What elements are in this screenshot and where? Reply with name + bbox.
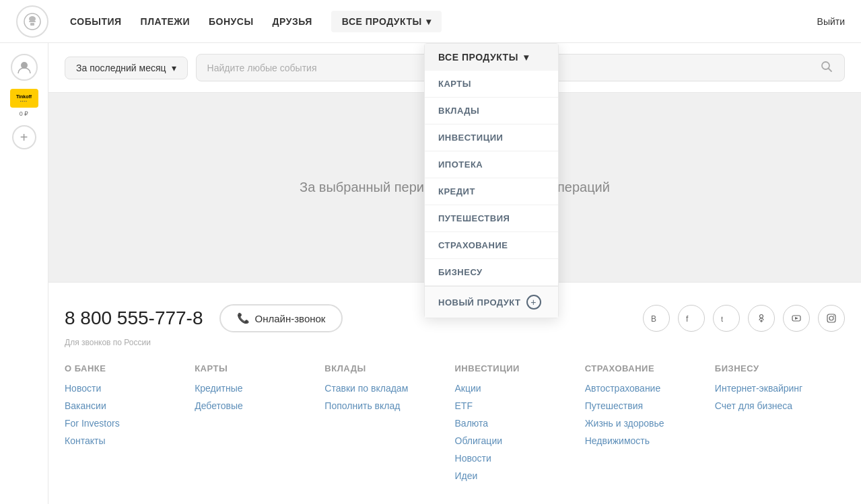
nav-events[interactable]: СОБЫТИЯ [70,16,122,27]
footer-link-news[interactable]: Новости [65,383,195,394]
sidebar: Tinkoff ▪▪▪▪ 0 ₽ + [0,43,48,504]
footer-link-debit-cards[interactable]: Дебетовые [195,400,324,411]
footer-link-auto-insurance[interactable]: Автострахование [585,383,715,394]
social-twitter[interactable]: t [713,305,740,332]
phone-icon: 📞 [237,312,250,324]
svg-point-1 [29,16,36,22]
card-decoration: ▪▪▪▪ [20,99,28,103]
dropdown-item-cards[interactable]: КАРТЫ [425,71,558,98]
nav-all-products-label: ВСЕ ПРОДУКТЫ [342,16,422,27]
period-chevron-icon: ▾ [172,63,176,73]
user-avatar[interactable] [11,54,38,81]
sidebar-bank-card: Tinkoff ▪▪▪▪ [10,89,38,108]
dropdown-item-travel[interactable]: ПУТЕШЕСТВИЯ [425,205,558,232]
footer-link-property-insurance[interactable]: Недвижимость [585,435,715,446]
svg-marker-14 [795,317,798,320]
dropdown-item-investments[interactable]: ИНВЕСТИЦИИ [425,124,558,151]
online-call-button[interactable]: 📞 Онлайн-звонок [219,304,343,332]
svg-line-6 [829,69,832,72]
footer-link-business-account[interactable]: Счет для бизнеса [715,400,845,411]
period-select[interactable]: За последний месяц ▾ [65,57,188,79]
header-left: СОБЫТИЯ ПЛАТЕЖИ БОНУСЫ ДРУЗЬЯ ВСЕ ПРОДУК… [16,5,442,38]
svg-point-16 [829,316,833,320]
footer-link-invest-news[interactable]: Новости [455,453,585,464]
social-youtube[interactable] [783,305,810,332]
footer-col-investments: ИНВЕСТИЦИИ Акции ETF Валюта Облигации Но… [455,363,585,488]
footer-col-about: О БАНКЕ Новости Вакансии For Investors К… [65,363,195,488]
dropdown-new-product[interactable]: НОВЫЙ ПРОДУКТ + [425,286,558,318]
footer-link-bonds[interactable]: Облигации [455,435,585,446]
svg-rect-3 [30,23,34,26]
dropdown-item-deposits[interactable]: ВКЛАДЫ [425,98,558,124]
search-placeholder: Найдите любые события [207,63,317,73]
header-right: Выйти [817,16,845,27]
footer-col-deposits-title: ВКЛАДЫ [324,363,454,373]
footer-phone: 8 800 555-777-8 [65,308,203,329]
footer-col-business-title: БИЗНЕСУ [715,363,845,373]
svg-rect-2 [29,21,36,22]
svg-text:t: t [721,315,723,323]
svg-point-10 [760,315,763,318]
footer-link-ideas[interactable]: Идеи [455,470,585,481]
dropdown-new-product-label: НОВЫЙ ПРОДУКТ [438,297,521,308]
search-icon[interactable] [820,60,833,75]
social-facebook[interactable]: f [678,305,705,332]
nav-all-products-dropdown[interactable]: ВСЕ ПРОДУКТЫ ▾ [331,11,442,32]
footer-social-links: В f t [643,305,845,332]
social-odnoklassniki[interactable] [748,305,775,332]
dropdown-header[interactable]: ВСЕ ПРОДУКТЫ ▾ [425,44,558,71]
footer-col-insurance-title: СТРАХОВАНИЕ [585,363,715,373]
svg-text:В: В [651,314,656,324]
footer-link-contacts[interactable]: Контакты [65,435,195,446]
footer-link-credit-cards[interactable]: Кредитные [195,383,324,394]
svg-rect-15 [827,314,835,322]
nav-links: СОБЫТИЯ ПЛАТЕЖИ БОНУСЫ ДРУЗЬЯ ВСЕ ПРОДУК… [70,11,442,32]
dropdown-item-credit[interactable]: КРЕДИТ [425,178,558,205]
footer-link-deposit-rates[interactable]: Ставки по вкладам [324,383,454,394]
sidebar-card-container[interactable]: Tinkoff ▪▪▪▪ 0 ₽ [10,89,38,117]
footer-link-health-insurance[interactable]: Жизнь и здоровье [585,418,715,429]
dropdown-item-business[interactable]: БИЗНЕСУ [425,259,558,286]
plus-circle-icon: + [526,295,541,310]
footer-col-cards: КАРТЫ Кредитные Дебетовые [195,363,324,488]
footer-link-currency[interactable]: Валюта [455,418,585,429]
footer-link-stocks[interactable]: Акции [455,383,585,394]
social-vk[interactable]: В [643,305,670,332]
footer-col-insurance: СТРАХОВАНИЕ Автострахование Путешествия … [585,363,715,488]
footer-col-business: БИЗНЕСУ Интернет-эквайринг Счет для бизн… [715,363,845,488]
chevron-down-icon: ▾ [426,16,432,27]
period-label: За последний месяц [76,63,166,73]
footer-col-investments-title: ИНВЕСТИЦИИ [455,363,585,373]
footer-col-cards-title: КАРТЫ [195,363,324,373]
card-label: Tinkoff [16,94,32,99]
dropdown-title: ВСЕ ПРОДУКТЫ [438,52,518,63]
nav-bonuses[interactable]: БОНУСЫ [209,16,254,27]
add-button[interactable]: + [12,125,36,149]
chevron-down-icon: ▾ [524,52,529,63]
footer-link-internet-acquiring[interactable]: Интернет-эквайринг [715,383,845,394]
nav-friends[interactable]: ДРУЗЬЯ [273,16,312,27]
nav-payments[interactable]: ПЛАТЕЖИ [141,16,190,27]
dropdown-item-mortgage[interactable]: ИПОТЕКА [425,151,558,178]
footer-link-etf[interactable]: ETF [455,400,585,411]
footer-col-deposits: ВКЛАДЫ Ставки по вкладам Пополнить вклад [324,363,454,488]
svg-text:f: f [686,314,689,324]
exit-button[interactable]: Выйти [817,16,845,27]
logo-icon [16,5,48,38]
footer-link-vacancies[interactable]: Вакансии [65,400,195,411]
dropdown-item-insurance[interactable]: СТРАХОВАНИЕ [425,232,558,259]
footer-phone-note: Для звонков по России [65,338,845,347]
footer-link-top-up-deposit[interactable]: Пополнить вклад [324,400,454,411]
header: СОБЫТИЯ ПЛАТЕЖИ БОНУСЫ ДРУЗЬЯ ВСЕ ПРОДУК… [0,0,861,43]
social-instagram[interactable] [818,305,845,332]
call-button-label: Онлайн-звонок [255,313,326,324]
footer-columns: О БАНКЕ Новости Вакансии For Investors К… [65,363,845,488]
footer-link-travel-insurance[interactable]: Путешествия [585,400,715,411]
all-products-dropdown-menu: ВСЕ ПРОДУКТЫ ▾ КАРТЫ ВКЛАДЫ ИНВЕСТИЦИИ И… [424,43,559,318]
footer-col-about-title: О БАНКЕ [65,363,195,373]
footer-link-for-investors[interactable]: For Investors [65,418,195,429]
svg-point-17 [833,316,835,317]
sidebar-balance: 0 ₽ [20,110,29,117]
